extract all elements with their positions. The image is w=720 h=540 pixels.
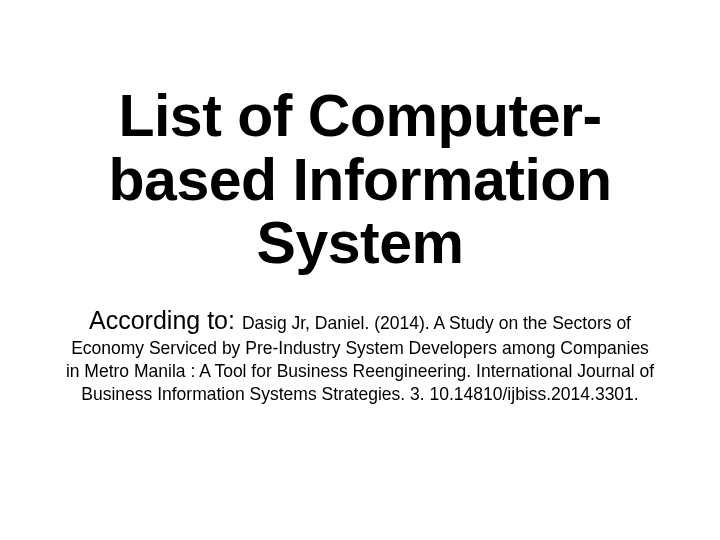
slide-subtitle: According to: Dasig Jr, Daniel. (2014). …	[60, 304, 660, 406]
slide: List of Computer-based Information Syste…	[0, 0, 720, 540]
slide-title: List of Computer-based Information Syste…	[60, 85, 660, 276]
subtitle-lead: According to:	[89, 306, 242, 334]
